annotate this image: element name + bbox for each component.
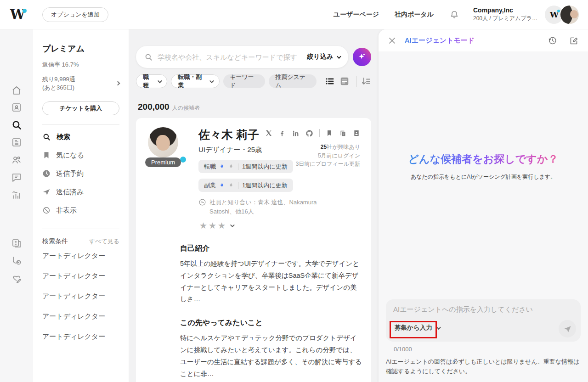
sidebar: プレミアム 返信率 16.7% 残り9,999通 (あと365日) チケットを購… xyxy=(33,29,129,382)
divider xyxy=(319,129,320,137)
hide-slash-icon xyxy=(42,206,51,214)
x-twitter-icon[interactable] xyxy=(265,129,272,137)
memo-icon[interactable] xyxy=(339,129,347,137)
home-icon[interactable] xyxy=(11,85,22,96)
filter-dropdown[interactable]: 絞り込み xyxy=(307,53,340,61)
ai-instruction-input[interactable] xyxy=(393,305,573,321)
remaining-tickets: 残り9,999通 (あと365日) xyxy=(42,75,119,91)
company-pages-icon[interactable] xyxy=(11,238,22,249)
candidate-card[interactable]: Premium 佐々木 莉子 UIデザイナー・25歳 25社が xyxy=(136,118,371,382)
remaining-days: (あと365日) xyxy=(42,84,116,92)
saved-search-item[interactable]: アートディレクター xyxy=(42,326,119,347)
sort-icon xyxy=(360,76,371,87)
card-view-icon xyxy=(339,76,350,86)
saved-search-item[interactable]: アートディレクター xyxy=(42,246,119,266)
premium-badge: Premium xyxy=(145,157,181,167)
resume-doc-icon[interactable] xyxy=(353,129,360,137)
chevron-down-icon xyxy=(230,223,235,227)
wantedly-logo[interactable]: W xyxy=(10,8,26,22)
filter-chip-keyword[interactable]: キーワード xyxy=(223,74,265,88)
sidebar-item-label: 送信済み xyxy=(56,188,84,197)
analytics-icon[interactable] xyxy=(11,189,22,200)
bookmark-icon[interactable] xyxy=(326,129,333,137)
premium-detail-chevron-icon[interactable] xyxy=(116,81,120,86)
search-rail-icon[interactable] xyxy=(11,119,23,131)
see-all-link[interactable]: すべて見る xyxy=(89,237,119,246)
news-icon[interactable] xyxy=(11,137,22,148)
saved-search-list: アートディレクター アートディレクター アートディレクター アートディレクター … xyxy=(42,246,119,347)
facebook-icon[interactable] xyxy=(278,129,286,137)
history-icon[interactable] xyxy=(548,36,557,45)
sidebar-item-scheduled[interactable]: 送信予約 xyxy=(42,164,119,183)
sidebar-item-hidden[interactable]: 非表示 xyxy=(42,201,119,219)
close-icon[interactable] xyxy=(388,36,396,45)
saved-search-item[interactable]: アートディレクター xyxy=(42,266,119,286)
chip-label: キーワード xyxy=(230,73,259,90)
linkedin-icon[interactable] xyxy=(292,129,300,137)
sidebar-item-label: 気になる xyxy=(56,151,84,160)
sidebar-item-search[interactable]: 検索 xyxy=(42,128,119,146)
ai-panel-heading: どんな候補者をお探しですか？ xyxy=(408,152,559,166)
chevron-down-icon xyxy=(158,79,162,83)
interest-count: 25 xyxy=(321,144,327,150)
send-button[interactable] xyxy=(559,320,576,337)
search-bar[interactable]: 絞り込み xyxy=(136,46,348,68)
flame-gray-icon xyxy=(228,182,234,189)
sidebar-item-bookmarked[interactable]: 気になる xyxy=(42,146,119,164)
premium-title: プレミアム xyxy=(42,43,119,54)
sidebar-item-label: 検索 xyxy=(57,133,70,141)
company-info[interactable]: Company,Inc 200人 / プレミアムプラ… xyxy=(473,6,537,22)
chip-label: 推薦システム xyxy=(275,73,310,90)
list-view-toggle[interactable] xyxy=(325,76,335,86)
ai-panel-header: AIエージェントモード xyxy=(379,29,588,51)
notification-bell-icon[interactable] xyxy=(449,10,459,20)
github-icon[interactable] xyxy=(305,129,313,137)
wantedly-logo-dot xyxy=(23,9,27,13)
sidebar-item-label: 送信予約 xyxy=(56,169,84,178)
new-chat-compose-icon[interactable] xyxy=(569,36,579,45)
chip-label: 転職・副業 xyxy=(178,73,206,90)
chip-label: 職種 xyxy=(143,73,154,90)
add-options-button[interactable]: オプションを追加 xyxy=(42,7,108,22)
search-input[interactable] xyxy=(158,53,304,61)
nav-user-page-link[interactable]: ユーザーページ xyxy=(334,11,379,19)
ai-sparkle-button[interactable] xyxy=(353,48,371,66)
result-count-suffix: 人の候補者 xyxy=(172,104,200,112)
ai-instruction-box: 募集から入力 xyxy=(386,299,581,342)
filter-label: 絞り込み xyxy=(307,53,333,61)
future-title: この先やってみたいこと xyxy=(180,318,362,328)
divider xyxy=(356,76,356,87)
support-call-icon[interactable] xyxy=(11,255,22,266)
filter-chip-job-type[interactable]: 職種 xyxy=(136,74,167,88)
sidebar-item-label: 非表示 xyxy=(56,206,77,215)
filter-chip-career[interactable]: 転職・副業 xyxy=(171,74,220,88)
nav-internal-portal-link[interactable]: 社内ポータル xyxy=(395,11,434,19)
chat-icon[interactable] xyxy=(11,172,22,183)
card-view-toggle[interactable] xyxy=(339,76,350,86)
input-from-posting-dropdown[interactable]: 募集から入力 xyxy=(392,320,442,336)
ai-panel-title: AIエージェントモード xyxy=(405,36,475,45)
saved-search-item[interactable]: アートディレクター xyxy=(42,306,119,326)
avatar-group: W xyxy=(545,6,578,24)
search-icon xyxy=(144,53,153,62)
icon-rail xyxy=(0,29,33,382)
connections-text: 社員と知り合い：青木 達也、Nakamura Satoshi、他16人 xyxy=(209,198,332,216)
rating-expander[interactable]: ★★★ xyxy=(199,220,360,231)
login-status: 5月前にログイン xyxy=(265,152,360,160)
saved-search-item[interactable]: アートディレクター xyxy=(42,286,119,306)
candidate-card-icon[interactable] xyxy=(11,102,22,113)
sidebar-item-sent[interactable]: 送信済み xyxy=(42,183,119,201)
connections-row: 社員と知り合い：青木 達也、Nakamura Satoshi、他16人 xyxy=(198,198,332,216)
user-avatar[interactable] xyxy=(560,6,579,24)
flame-gray-icon xyxy=(228,163,234,170)
people-icon[interactable] xyxy=(11,154,22,165)
flame-blue-icon xyxy=(219,163,225,170)
buy-ticket-button[interactable]: チケットを購入 xyxy=(42,101,119,115)
search-icon xyxy=(42,133,51,141)
feedback-edit-icon[interactable] xyxy=(11,273,22,284)
result-count: 200,000 xyxy=(138,102,170,112)
tag-label: 転職 xyxy=(204,163,216,171)
sort-button[interactable] xyxy=(360,76,371,87)
filter-chip-recommend[interactable]: 推薦システム xyxy=(269,74,317,88)
topbar: W オプションを追加 ユーザーページ 社内ポータル Company,Inc 20… xyxy=(0,0,588,29)
